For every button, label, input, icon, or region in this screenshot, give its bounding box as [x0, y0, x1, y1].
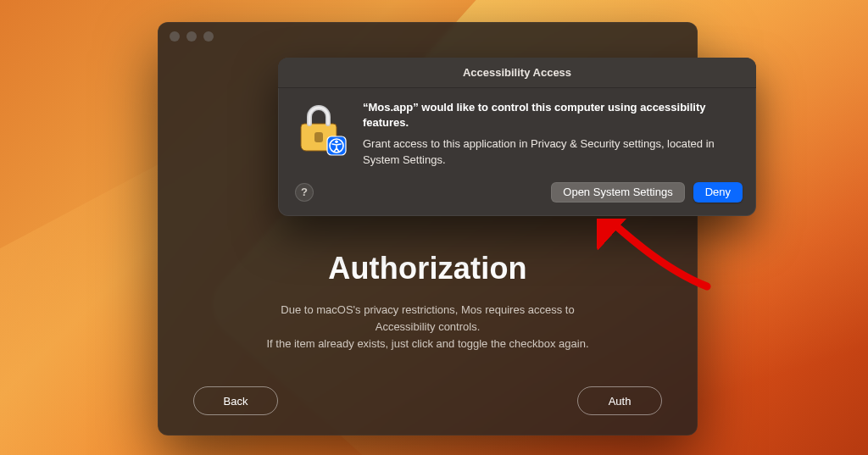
authorization-description-line: Due to macOS's privacy restrictions, Mos…	[192, 302, 664, 319]
authorization-description-line: Accessibility controls.	[192, 319, 664, 336]
authorization-heading: Authorization	[192, 251, 664, 286]
open-system-settings-button[interactable]: Open System Settings	[551, 182, 684, 203]
help-button[interactable]: ?	[295, 183, 314, 202]
window-minimize-dot[interactable]	[186, 31, 197, 42]
authorization-buttons: Back Auth	[158, 386, 698, 415]
alert-text: “Mos.app” would like to control this com…	[363, 100, 741, 169]
window-zoom-dot[interactable]	[203, 31, 214, 42]
alert-footer: ? Open System Settings Deny	[278, 177, 756, 216]
alert-body: “Mos.app” would like to control this com…	[278, 88, 756, 177]
window-close-dot[interactable]	[170, 31, 180, 42]
back-button[interactable]: Back	[193, 386, 278, 415]
auth-button[interactable]: Auth	[577, 386, 662, 415]
alert-icon	[293, 100, 349, 169]
authorization-description-line: If the item already exists, just click a…	[192, 336, 664, 352]
accessibility-alert: Accessibility Access	[278, 58, 756, 216]
authorization-description: Due to macOS's privacy restrictions, Mos…	[192, 302, 664, 352]
lock-accessibility-icon	[296, 102, 347, 156]
deny-button[interactable]: Deny	[693, 182, 743, 203]
alert-title: Accessibility Access	[278, 58, 756, 88]
alert-subtext: Grant access to this application in Priv…	[363, 136, 741, 169]
svg-point-3	[335, 140, 338, 143]
window-titlebar	[158, 22, 698, 51]
svg-rect-0	[314, 132, 323, 142]
alert-headline: “Mos.app” would like to control this com…	[363, 100, 741, 130]
